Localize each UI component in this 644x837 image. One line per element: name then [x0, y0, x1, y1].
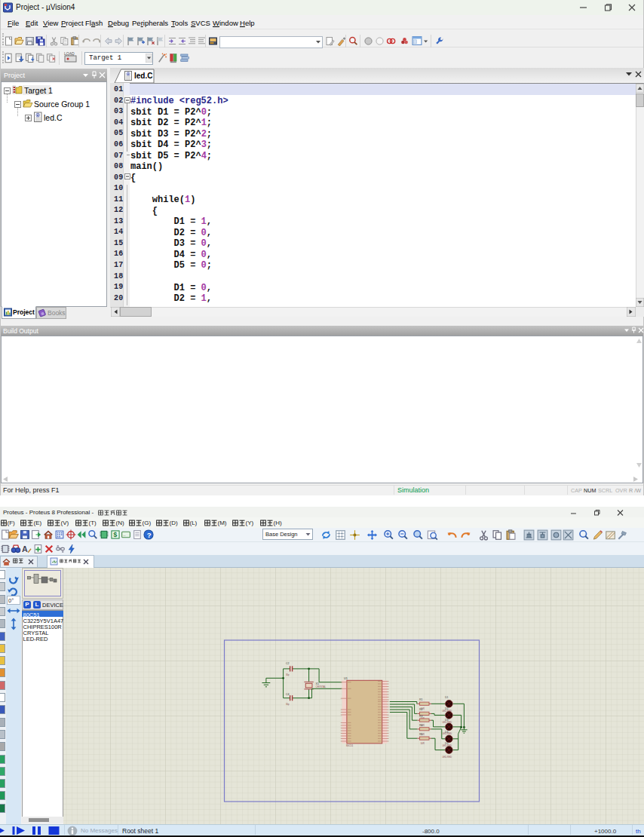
svg-text:R3: R3 — [419, 715, 423, 718]
svg-text:…: … — [123, 533, 125, 538]
svg-text:D1: D1 — [445, 696, 449, 699]
svg-text:10R: 10R — [421, 742, 425, 745]
svg-text:R4: R4 — [419, 724, 423, 727]
svg-text:80C51: 80C51 — [346, 744, 354, 747]
svg-text:U1: U1 — [344, 677, 348, 680]
svg-text:LED-RED: LED-RED — [443, 756, 452, 759]
svg-text:30p: 30p — [286, 673, 290, 676]
svg-text:A: A — [22, 544, 28, 553]
svg-text:D2: D2 — [445, 707, 449, 710]
svg-text:CRYSTAL: CRYSTAL — [316, 685, 327, 688]
svg-text:30p: 30p — [286, 703, 290, 706]
svg-text:LOAD: LOAD — [64, 51, 75, 56]
svg-text:D3: D3 — [445, 719, 449, 722]
svg-text:R1: R1 — [419, 698, 423, 701]
svg-text:C2: C2 — [286, 662, 290, 665]
svg-text:R2: R2 — [419, 708, 423, 711]
svg-text:C4: C4 — [286, 693, 290, 696]
svg-text:$: $ — [113, 531, 117, 538]
svg-text:R5: R5 — [419, 733, 423, 736]
svg-text:X1: X1 — [316, 682, 319, 685]
svg-text:?: ? — [147, 531, 152, 539]
svg-text:D5: D5 — [445, 742, 449, 745]
svg-text:D4: D4 — [445, 731, 449, 734]
